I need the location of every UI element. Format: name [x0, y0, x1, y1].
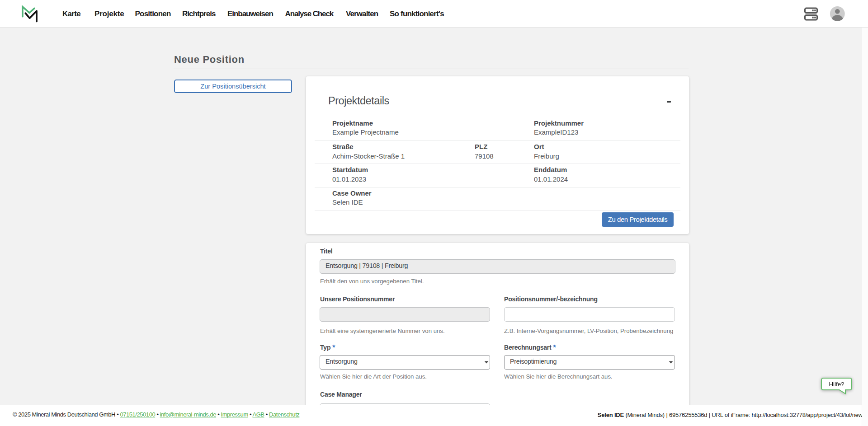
svg-text:Hilfe?: Hilfe? — [829, 381, 844, 388]
